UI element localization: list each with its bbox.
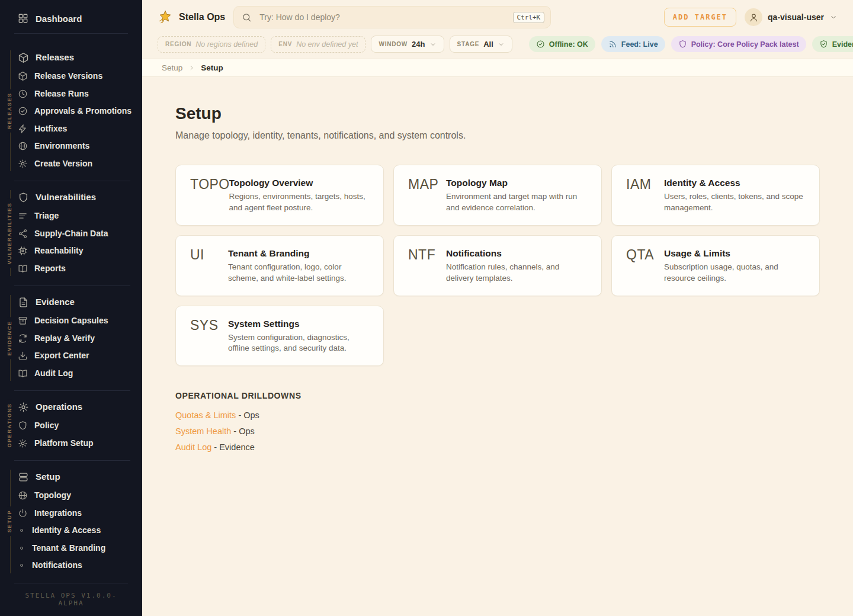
setup-card-tenant-branding[interactable]: UI Tenant & Branding Tenant configuratio… (175, 235, 384, 296)
sidebar-item-dashboard[interactable]: Dashboard (0, 8, 142, 28)
archive-icon (18, 316, 28, 326)
sidebar-item-label: Reports (34, 264, 66, 274)
filter-chip-region[interactable]: REGION No regions defined (158, 36, 265, 53)
sidebar-item-environments[interactable]: Environments (0, 137, 142, 155)
cpu-icon (18, 246, 28, 256)
sidebar-item-label: Vulnerabilities (36, 192, 96, 203)
nav-section-setup: SETUP Setup Topology Integrations (0, 460, 142, 583)
section-tag: SETUP (7, 506, 12, 536)
card-description: Users, roles, clients, tokens, and scope… (664, 191, 805, 214)
sidebar-item-decision-capsules[interactable]: Decision Capsules (0, 312, 142, 330)
status-pill-policy[interactable]: Policy: Core Policy Pack latest (671, 36, 806, 52)
sidebar-nav: RELEASES Releases Release Versions Relea… (0, 41, 142, 583)
card-code: TOPO (190, 177, 223, 214)
pill-text: Evidence: ON (832, 40, 853, 49)
sidebar-item-audit-log[interactable]: Audit Log (0, 365, 142, 383)
setup-card-system-settings[interactable]: SYS System Settings System configuration… (175, 306, 384, 367)
file-text-icon (18, 297, 29, 308)
drilldown-link-audit-log[interactable]: Audit Log (175, 442, 211, 452)
filter-chip-stage[interactable]: STAGE All (450, 36, 512, 53)
sidebar-item-releases[interactable]: Releases (0, 48, 142, 68)
drilldown-link-system-health[interactable]: System Health (175, 426, 231, 436)
divider (14, 33, 128, 34)
sidebar-item-create-version[interactable]: Create Version (0, 155, 142, 173)
ring-icon (18, 527, 25, 534)
global-search[interactable]: Ctrl+K (233, 6, 551, 28)
sidebar-item-vulnerabilities[interactable]: Vulnerabilities (0, 188, 142, 207)
setup-card-identity-access[interactable]: IAM Identity & Access Users, roles, clie… (611, 165, 820, 226)
setup-card-notifications[interactable]: NTF Notifications Notification rules, ch… (393, 235, 602, 296)
sidebar-item-tenant-branding[interactable]: Tenant & Branding (0, 540, 142, 557)
card-body: Topology Map Environment and target map … (446, 178, 587, 214)
sidebar-item-evidence[interactable]: Evidence (0, 293, 142, 312)
search-input[interactable] (258, 12, 506, 23)
drilldown-link-quotas-limits[interactable]: Quotas & Limits (175, 410, 236, 420)
add-target-button[interactable]: ADD TARGET (664, 8, 736, 27)
sidebar-item-identity-access[interactable]: Identity & Access (0, 522, 142, 540)
sidebar-item-reports[interactable]: Reports (0, 260, 142, 278)
chevron-right-icon (188, 64, 195, 72)
shield-icon (678, 40, 687, 49)
chip-value: No regions defined (195, 40, 258, 49)
card-title: Usage & Limits (664, 248, 805, 259)
sidebar-item-approvals-promotions[interactable]: Approvals & Promotions (0, 102, 142, 120)
sidebar-item-supply-chain-data[interactable]: Supply-Chain Data (0, 225, 142, 243)
sidebar-item-label: Setup (36, 471, 60, 483)
drilldowns-title: OPERATIONAL DRILLDOWNS (175, 391, 820, 400)
chip-label: REGION (165, 41, 191, 47)
setup-card-topology-overview[interactable]: TOPO Topology Overview Regions, environm… (175, 165, 384, 226)
card-body: Topology Overview Regions, environments,… (229, 178, 369, 214)
sidebar-item-release-runs[interactable]: Release Runs (0, 85, 142, 103)
sidebar-item-reachability[interactable]: Reachability (0, 242, 142, 260)
chevron-down-icon (498, 41, 505, 48)
shield-icon (18, 192, 29, 203)
sidebar-item-label: Hotfixes (34, 124, 67, 134)
setup-card-usage-limits[interactable]: QTA Usage & Limits Subscription usage, q… (611, 235, 820, 296)
stella-logo-icon (158, 9, 173, 25)
status-pill-feed[interactable]: Feed: Live (601, 36, 665, 52)
chip-label: STAGE (457, 41, 480, 47)
card-body: Usage & Limits Subscription usage, quota… (664, 248, 805, 284)
sidebar-item-policy[interactable]: Policy (0, 417, 142, 435)
sidebar-item-release-versions[interactable]: Release Versions (0, 68, 142, 85)
nav-section-operations: OPERATIONS Operations Policy Platform Se… (0, 390, 142, 460)
section-tag: RELEASES (7, 89, 12, 132)
setup-card-topology-map[interactable]: MAP Topology Map Environment and target … (393, 165, 602, 226)
breadcrumb: SetupSetup (142, 59, 853, 77)
sidebar-item-label: Operations (36, 402, 82, 413)
filter-chip-env[interactable]: ENV No env defined yet (271, 36, 365, 53)
sidebar-item-setup[interactable]: Setup (0, 467, 142, 487)
drilldown-context: - Ops (238, 410, 259, 420)
sidebar-item-label: Releases (36, 52, 74, 63)
sidebar-item-replay-verify[interactable]: Replay & Verify (0, 330, 142, 348)
filter-chip-window[interactable]: WINDOW 24h (371, 36, 444, 53)
grid-icon-slot (18, 13, 28, 24)
sidebar-item-label: Approvals & Promotions (34, 106, 132, 117)
chip-value: No env defined yet (296, 40, 358, 49)
sidebar: Dashboard RELEASES Releases Release Vers… (0, 0, 142, 616)
sidebar-item-export-center[interactable]: Export Center (0, 347, 142, 365)
app-version: STELLA OPS V1.0.0-ALPHA (14, 583, 128, 616)
drilldown-context: - Ops (233, 426, 254, 436)
status-pill-evidence[interactable]: Evidence: ON (812, 36, 853, 52)
user-menu[interactable]: qa-visual-user (745, 8, 840, 26)
breadcrumb-link-setup[interactable]: Setup (162, 63, 182, 72)
sidebar-item-label: Environments (34, 141, 89, 152)
sidebar-item-integrations[interactable]: Integrations (0, 505, 142, 522)
sidebar-item-topology[interactable]: Topology (0, 487, 142, 505)
sidebar-item-label: Topology (34, 490, 71, 501)
sidebar-item-notifications[interactable]: Notifications (0, 557, 142, 575)
sidebar-item-hotfixes[interactable]: Hotfixes (0, 120, 142, 138)
status-pill-offline[interactable]: Offline: OK (529, 36, 595, 52)
sidebar-item-operations[interactable]: Operations (0, 397, 142, 417)
page-subtitle: Manage topology, identity, tenants, noti… (175, 130, 820, 141)
sidebar-item-label: Audit Log (34, 368, 73, 379)
chevron-down-icon (829, 13, 838, 21)
stella-logo-icon (158, 9, 173, 25)
card-body: Tenant & Branding Tenant configuration, … (228, 248, 369, 284)
search-icon (242, 12, 252, 23)
sidebar-item-platform-setup[interactable]: Platform Setup (0, 435, 142, 453)
card-description: Regions, environments, targets, hosts, a… (229, 191, 369, 214)
chip-label: ENV (278, 41, 292, 47)
sidebar-item-triage[interactable]: Triage (0, 207, 142, 225)
